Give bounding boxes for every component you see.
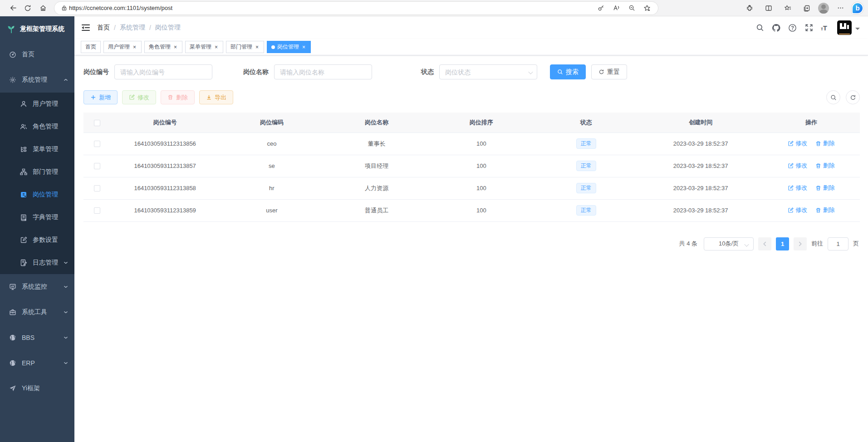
extensions-icon[interactable] xyxy=(742,2,757,15)
sidebar-item-home[interactable]: 首页 xyxy=(0,42,74,67)
row-checkbox[interactable] xyxy=(94,163,100,169)
tab-posts-active[interactable]: 岗位管理 × xyxy=(267,41,311,53)
close-icon[interactable]: × xyxy=(132,44,137,50)
col-post-id: 岗位编号 xyxy=(111,113,220,133)
prev-page-button[interactable] xyxy=(758,237,771,250)
cell-post-sort: 100 xyxy=(429,177,534,199)
lock-icon[interactable] xyxy=(59,2,69,15)
browser-back-button[interactable] xyxy=(5,2,20,15)
user-menu[interactable] xyxy=(837,20,860,35)
close-icon[interactable]: × xyxy=(301,44,306,50)
sidebar-item-label: 系统工具 xyxy=(22,308,47,316)
tab-label: 用户管理 xyxy=(108,43,130,51)
fullscreen-icon[interactable] xyxy=(804,23,814,32)
breadcrumb-home[interactable]: 首页 xyxy=(97,24,110,32)
sidebar-item-label: BBS xyxy=(22,334,34,341)
browser-refresh-button[interactable] xyxy=(20,2,35,15)
address-bar[interactable]: https://ccnetcore.com:1101/system/post xyxy=(54,2,658,15)
globe-icon xyxy=(9,334,16,341)
favorites-icon[interactable] xyxy=(780,2,795,15)
read-aloud-icon[interactable] xyxy=(610,2,623,15)
sidebar-item-erp[interactable]: ERP xyxy=(0,350,74,376)
search-button[interactable]: 搜索 xyxy=(550,64,586,79)
header-search-icon[interactable] xyxy=(755,23,765,32)
tab-menus[interactable]: 菜单管理 × xyxy=(185,41,223,53)
sidebar-item-bbs[interactable]: BBS xyxy=(0,325,74,350)
close-icon[interactable]: × xyxy=(173,44,178,50)
browser-profile-avatar[interactable] xyxy=(818,3,829,14)
close-icon[interactable]: × xyxy=(255,44,260,50)
edit-button[interactable]: 修改 xyxy=(122,90,156,104)
app-logo[interactable]: 意框架管理系统 xyxy=(0,16,74,42)
row-edit-button[interactable]: 修改 xyxy=(788,184,807,192)
cell-post-id: 1641030593112313859 xyxy=(111,199,220,221)
add-button[interactable]: 新增 xyxy=(83,90,118,104)
close-icon[interactable]: × xyxy=(214,44,219,50)
page-number-button[interactable]: 1 xyxy=(776,237,789,250)
row-delete-button[interactable]: 删除 xyxy=(815,206,835,214)
page-size-select[interactable]: 10条/页 xyxy=(704,237,754,250)
copilot-icon[interactable]: b xyxy=(852,2,863,14)
chevron-up-icon xyxy=(64,78,68,82)
row-delete-button[interactable]: 删除 xyxy=(815,139,835,147)
tab-departments[interactable]: 部门管理 × xyxy=(226,41,264,53)
url-text[interactable]: https://ccnetcore.com:1101/system/post xyxy=(69,5,594,11)
table-row[interactable]: 1641030593112313856 ceo 董事长 100 正常 2023-… xyxy=(83,133,860,155)
row-edit-button[interactable]: 修改 xyxy=(788,162,807,170)
password-key-icon[interactable] xyxy=(594,2,607,15)
next-page-button[interactable] xyxy=(794,237,807,250)
row-delete-button[interactable]: 删除 xyxy=(815,184,835,192)
row-delete-button[interactable]: 删除 xyxy=(815,162,835,170)
cell-post-sort: 100 xyxy=(429,155,534,177)
active-dot xyxy=(271,45,275,49)
table-row[interactable]: 1641030593112313857 se 项目经理 100 正常 2023-… xyxy=(83,155,860,177)
favorite-add-icon[interactable] xyxy=(641,2,653,15)
reset-button[interactable]: 重置 xyxy=(591,64,627,79)
status-select-input[interactable] xyxy=(439,64,537,79)
status-select[interactable] xyxy=(439,64,537,79)
sidebar-item-posts[interactable]: 岗位管理 xyxy=(0,183,74,206)
cell-post-id: 1641030593112313858 xyxy=(111,177,220,199)
row-checkbox[interactable] xyxy=(94,207,100,214)
sidebar-item-departments[interactable]: 部门管理 xyxy=(0,161,74,183)
refresh-table-button[interactable] xyxy=(846,90,860,104)
tab-label: 首页 xyxy=(85,43,96,51)
sidebar-item-parameters[interactable]: 参数设置 xyxy=(0,229,74,251)
row-edit-button[interactable]: 修改 xyxy=(788,139,807,147)
sidebar-item-logs[interactable]: 日志管理 xyxy=(0,251,74,274)
tab-roles[interactable]: 角色管理 × xyxy=(144,41,182,53)
table-row[interactable]: 1641030593112313858 hr 人力资源 100 正常 2023-… xyxy=(83,177,860,199)
zoom-out-icon[interactable] xyxy=(625,2,638,15)
table-row[interactable]: 1641030593112313859 user 普通员工 100 正常 202… xyxy=(83,199,860,221)
sidebar-item-dictionary[interactable]: 字典管理 xyxy=(0,206,74,229)
post-name-input[interactable] xyxy=(274,64,372,79)
sidebar-item-roles[interactable]: 角色管理 xyxy=(0,115,74,138)
goto-page-input[interactable] xyxy=(828,237,848,250)
split-screen-icon[interactable] xyxy=(761,2,776,15)
post-code-input[interactable] xyxy=(114,64,212,79)
github-icon[interactable] xyxy=(772,23,781,32)
row-edit-button[interactable]: 修改 xyxy=(788,206,807,214)
sidebar-item-label: 岗位管理 xyxy=(33,191,58,199)
tab-home[interactable]: 首页 xyxy=(81,41,101,53)
sidebar-item-menus[interactable]: 菜单管理 xyxy=(0,138,74,161)
user-avatar[interactable] xyxy=(837,20,852,35)
sidebar-item-tools[interactable]: 系统工具 xyxy=(0,300,74,325)
help-icon[interactable] xyxy=(788,23,797,32)
browser-home-button[interactable] xyxy=(35,2,51,15)
sidebar-item-users[interactable]: 用户管理 xyxy=(0,93,74,115)
delete-button[interactable]: 删除 xyxy=(161,90,195,104)
sidebar-item-monitor[interactable]: 系统监控 xyxy=(0,274,74,300)
sidebar-item-system[interactable]: 系统管理 xyxy=(0,67,74,93)
browser-menu-icon[interactable] xyxy=(833,2,848,15)
tab-users[interactable]: 用户管理 × xyxy=(103,41,142,53)
row-checkbox[interactable] xyxy=(94,185,100,192)
toggle-search-button[interactable] xyxy=(826,90,840,104)
sidebar-collapse-icon[interactable] xyxy=(81,23,91,33)
collections-icon[interactable] xyxy=(799,2,814,15)
font-size-icon[interactable]: тT xyxy=(821,24,827,32)
row-checkbox[interactable] xyxy=(94,141,100,147)
select-all-checkbox[interactable] xyxy=(94,120,100,126)
sidebar-item-yi-framework[interactable]: Yi框架 xyxy=(0,376,74,401)
export-button[interactable]: 导出 xyxy=(199,90,233,104)
